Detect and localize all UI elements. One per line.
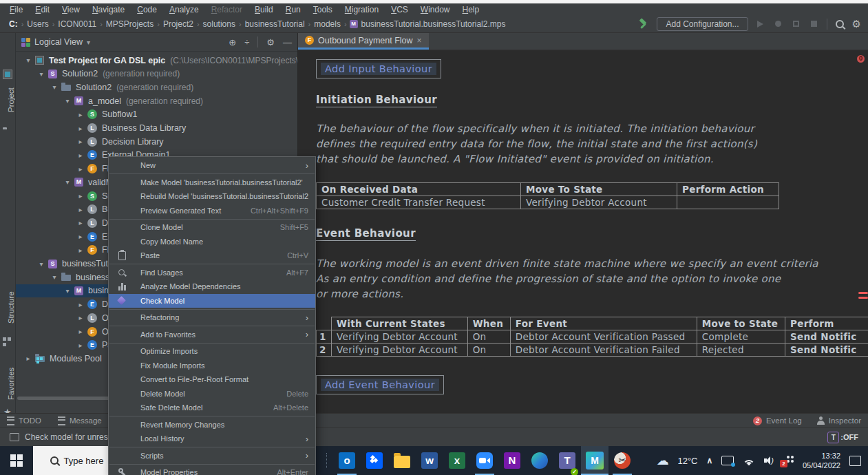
add-event-behaviour-button[interactable]: Add Event Behaviour [316, 375, 444, 394]
onenote-taskbar-icon[interactable]: N [498, 446, 526, 475]
breadcrumb-item[interactable]: ICON0011 [56, 19, 98, 29]
tablet-sync-icon[interactable] [721, 456, 734, 465]
tool-stripe-structure[interactable]: Structure [0, 286, 15, 329]
table-cell[interactable]: On [467, 330, 510, 344]
tree-row[interactable]: ▸SSubflow1 [16, 108, 297, 121]
tree-row[interactable]: ▾Ma_model(generation required) [16, 94, 297, 107]
word-taskbar-icon[interactable]: w [416, 446, 443, 475]
table-cell[interactable]: 1 [317, 330, 332, 344]
collapsed-arrow-icon[interactable]: ▸ [76, 206, 85, 213]
menu-analyze[interactable]: Analyze [164, 5, 204, 14]
debug-icon[interactable] [773, 19, 784, 30]
menu-item-delete-model[interactable]: Delete ModelDelete [109, 387, 315, 401]
menu-item-make-model-businesstutorial-bu[interactable]: Make Model 'businessTutorial.businessTut… [109, 176, 315, 190]
expanded-arrow-icon[interactable]: ▾ [37, 70, 45, 78]
collapsed-arrow-icon[interactable]: ▸ [24, 355, 32, 362]
edge-taskbar-icon[interactable] [526, 446, 553, 475]
error-stripe-mark[interactable] [858, 297, 868, 299]
collapse-all-icon[interactable]: ÷ [244, 38, 249, 47]
menu-tools[interactable]: Tools [308, 5, 338, 14]
notification-count-icon[interactable]: 2 [783, 455, 794, 466]
add-input-behaviour-button[interactable]: Add Input Behaviour [316, 59, 441, 78]
table-cell[interactable]: Send Notific [785, 330, 868, 344]
table-cell[interactable]: Verifying Debtor Account [332, 330, 468, 344]
menu-edit[interactable]: Edit [30, 5, 55, 14]
expanded-arrow-icon[interactable]: ▾ [63, 97, 72, 105]
collapsed-arrow-icon[interactable]: ▸ [76, 328, 85, 335]
menu-item-analyze-model-dependencies[interactable]: Analyze Model Dependencies [109, 279, 315, 294]
event-table[interactable]: With Current StatesWhenFor EventMove to … [316, 317, 868, 357]
menu-item-safe-delete-model[interactable]: Safe Delete ModelAlt+Delete [109, 401, 315, 415]
collapsed-arrow-icon[interactable]: ▸ [76, 165, 85, 173]
table-row[interactable]: Customer Credit Transfer RequestVerifyin… [317, 196, 779, 209]
menu-refactor[interactable]: Refactor [206, 5, 248, 14]
action-center-icon[interactable] [849, 456, 861, 466]
breadcrumb-item[interactable]: solutions [201, 19, 237, 29]
taskbar-clock[interactable]: 13:32 05/04/2022 [803, 451, 840, 470]
excel-taskbar-icon[interactable]: x [443, 446, 471, 475]
start-button[interactable] [0, 446, 33, 475]
tree-row[interactable]: ▸LDecision Library [16, 135, 297, 148]
structure-stripe-icon[interactable] [3, 337, 12, 347]
menu-code[interactable]: Code [131, 5, 162, 14]
explorer-taskbar-icon[interactable] [388, 446, 416, 475]
weather-temperature[interactable]: 12°C [677, 456, 697, 466]
menu-item-check-model[interactable]: Check Model [109, 294, 315, 308]
teams-taskbar-icon[interactable]: T✓ [553, 446, 581, 475]
menu-item-model-properties[interactable]: Model PropertiesAlt+Enter [109, 465, 315, 475]
run-icon[interactable] [755, 19, 766, 30]
t-mode-badge[interactable]: T [827, 432, 839, 443]
menu-file[interactable]: File [4, 5, 28, 14]
menu-build[interactable]: Build [249, 5, 279, 14]
menu-window[interactable]: Window [415, 5, 456, 14]
todo-toolwindow-button[interactable]: TODO [7, 416, 41, 425]
table-cell[interactable]: Debtor Account Verification Failed [510, 344, 697, 357]
locate-icon[interactable]: ⊕ [229, 38, 236, 47]
build-hammer-icon[interactable] [637, 19, 650, 30]
wifi-icon[interactable] [743, 456, 755, 465]
collapsed-arrow-icon[interactable]: ▸ [76, 192, 85, 200]
collapsed-arrow-icon[interactable]: ▸ [76, 111, 85, 118]
messages-toolwindow-button[interactable]: Message [58, 416, 102, 425]
menu-run[interactable]: Run [280, 5, 306, 14]
add-configuration-button[interactable]: Add Configuration... [657, 17, 748, 31]
table-cell[interactable]: Verifying Debtor Account [521, 196, 677, 209]
settings-gear-icon[interactable]: ⚙ [852, 19, 861, 29]
event-log-button[interactable]: 2 Event Log [753, 416, 802, 425]
table-cell[interactable]: 2 [317, 344, 332, 357]
collapsed-arrow-icon[interactable]: ▸ [76, 341, 85, 349]
mps-taskbar-icon[interactable]: M [581, 446, 608, 475]
expanded-arrow-icon[interactable]: ▾ [50, 83, 59, 91]
inspector-button[interactable]: Inspector [817, 416, 861, 425]
volume-icon[interactable]: ) [764, 456, 774, 465]
table-cell[interactable]: Debtor Account Verification Passed [510, 330, 697, 344]
error-stripe-mark[interactable] [858, 292, 868, 294]
table-cell[interactable]: Verifying Debtor Account [332, 344, 468, 357]
dropbox-taskbar-icon[interactable] [361, 446, 388, 475]
menu-item-find-usages[interactable]: Find UsagesAlt+F7 [109, 266, 315, 280]
taskbar-search-input[interactable]: Type here [33, 446, 114, 475]
menu-item-add-to-favorites[interactable]: Add to Favorites› [109, 328, 315, 342]
table-cell[interactable]: Complete [697, 330, 785, 344]
close-icon[interactable]: × [417, 36, 422, 45]
tree-row[interactable]: ▾SSolution2(generation required) [16, 67, 297, 81]
collapsed-arrow-icon[interactable]: ▸ [76, 246, 85, 254]
menu-view[interactable]: View [56, 5, 85, 14]
collapsed-arrow-icon[interactable]: ▸ [76, 314, 85, 321]
menu-item-local-history[interactable]: Local History› [109, 432, 315, 446]
initiation-table[interactable]: On Received DataMove To StatePerform Act… [316, 182, 779, 209]
menu-item-rebuild-model-businesstutorial[interactable]: Rebuild Model 'businessTutorial.business… [109, 189, 315, 204]
menu-item-copy-model-name[interactable]: Copy Model Name [109, 235, 315, 249]
tree-row[interactable]: ▸LBusiness Data Library [16, 122, 297, 135]
menu-item-paste[interactable]: PasteCtrl+V [109, 249, 315, 263]
table-row[interactable]: 1Verifying Debtor AccountOnDebtor Accoun… [317, 330, 868, 344]
tool-stripe-project[interactable]: Project [0, 83, 15, 117]
breadcrumb-item[interactable]: businessTutorial [243, 19, 307, 29]
outlook-taskbar-icon[interactable]: o [333, 446, 361, 475]
tool-stripe-favorites[interactable]: Favorites [0, 363, 15, 403]
table-cell[interactable]: Rejected [697, 344, 785, 357]
expanded-arrow-icon[interactable]: ▾ [63, 287, 72, 295]
collapsed-arrow-icon[interactable]: ▸ [76, 151, 85, 159]
menu-item-fix-module-imports[interactable]: Fix Module Imports [109, 359, 315, 373]
breadcrumb-item[interactable]: Users [25, 19, 50, 29]
